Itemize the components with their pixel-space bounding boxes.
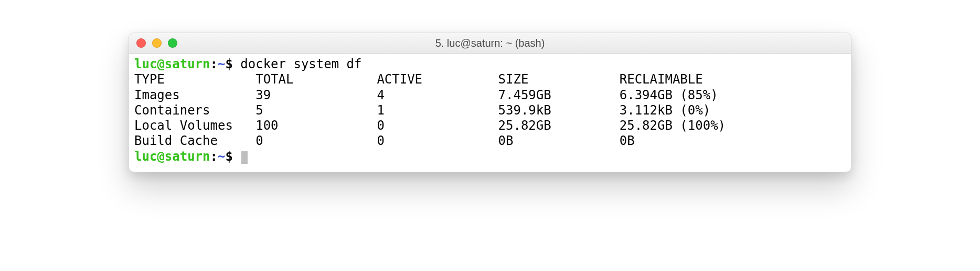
close-icon[interactable] (136, 38, 146, 48)
command-text: docker system df (240, 57, 361, 71)
table-row: Local Volumes 100 0 25.82GB 25.82GB (100… (134, 118, 846, 133)
window-controls (136, 38, 177, 48)
table-row: Images 39 4 7.459GB 6.394GB (85%) (134, 88, 846, 103)
prompt-separator: : (210, 149, 218, 164)
cursor-icon (241, 151, 248, 164)
prompt-path: ~ (218, 149, 225, 164)
prompt-path: ~ (218, 57, 225, 71)
titlebar[interactable]: 5. luc@saturn: ~ (bash) (129, 33, 851, 54)
prompt-line-2: luc@saturn:~$ (134, 149, 846, 164)
table-row: Build Cache 0 0 0B 0B (134, 133, 846, 149)
terminal-window: 5. luc@saturn: ~ (bash) luc@saturn:~$ do… (129, 33, 851, 172)
minimize-icon[interactable] (152, 38, 162, 48)
prompt-line-1: luc@saturn:~$ docker system df (134, 57, 846, 72)
prompt-symbol: $ (225, 57, 232, 71)
prompt-separator: : (210, 57, 218, 71)
prompt-user-host: luc@saturn (134, 57, 210, 71)
window-title: 5. luc@saturn: ~ (bash) (129, 37, 851, 49)
zoom-icon[interactable] (168, 38, 177, 48)
table-row: Containers 5 1 539.9kB 3.112kB (0%) (134, 103, 846, 118)
prompt-user-host: luc@saturn (134, 149, 210, 164)
table-header: TYPE TOTAL ACTIVE SIZE RECLAIMABLE (134, 72, 846, 87)
prompt-symbol: $ (225, 149, 232, 164)
terminal-body[interactable]: luc@saturn:~$ docker system dfTYPE TOTAL… (129, 54, 851, 172)
